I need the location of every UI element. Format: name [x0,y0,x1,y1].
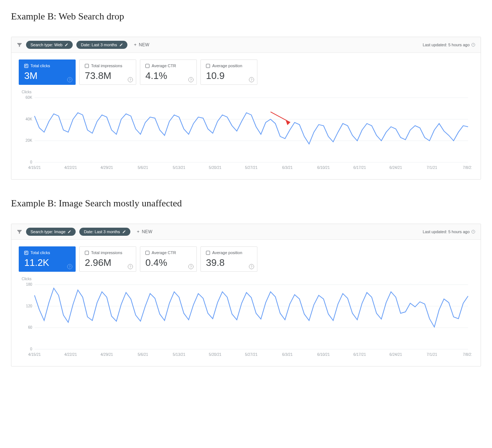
checkbox-icon [24,251,28,255]
chip-search-type-web[interactable]: Search type: Web [26,41,73,49]
metric-label-text: Average CTR [152,64,176,68]
svg-text:6/3/21: 6/3/21 [282,353,293,357]
pencil-icon [119,43,123,47]
metric-label-text: Average CTR [152,250,176,255]
panel-web-search: Search type: Web Date: Last 3 months + N… [11,37,481,180]
svg-text:40K: 40K [26,117,32,121]
chip-date-range[interactable]: Date: Last 3 months [76,41,127,49]
checkbox-icon [206,251,210,255]
metric-average-position[interactable]: Average position 10.9 ? [200,59,257,85]
chip-label: Date: Last 3 months [81,43,117,47]
checkbox-icon [85,64,89,68]
svg-text:4/15/21: 4/15/21 [28,353,41,357]
filter-icon[interactable] [17,42,22,48]
metric-label-text: Total impressions [91,250,122,255]
metric-total-impressions[interactable]: Total impressions 2.96M ? [79,246,136,272]
checkbox-icon [145,251,149,255]
chip-date-range[interactable]: Date: Last 3 months [79,228,130,236]
help-icon[interactable]: ? [249,264,254,269]
checkbox-icon [145,64,149,68]
add-filter-button[interactable]: + NEW [131,41,152,49]
svg-text:?: ? [473,44,474,46]
metric-value: 2.96M [85,257,131,268]
svg-text:7/1/21: 7/1/21 [427,166,437,170]
metric-value: 0.4% [145,257,191,268]
y-axis-label: Clicks [22,277,472,281]
metric-total-clicks[interactable]: Total clicks 3M ? [19,59,76,85]
help-icon[interactable]: ? [188,77,193,82]
metric-average-position[interactable]: Average position 39.8 ? [200,246,257,272]
help-icon[interactable]: ? [128,77,133,82]
metric-value: 11.2K [24,257,70,268]
caption-web: Example B: Web Search drop [11,11,481,22]
pencil-icon [65,43,68,47]
svg-text:5/6/21: 5/6/21 [138,353,148,357]
svg-text:4/22/21: 4/22/21 [64,166,77,170]
svg-text:5/6/21: 5/6/21 [138,166,148,170]
chip-search-type-image[interactable]: Search type: Image [26,228,76,236]
info-icon: ? [471,230,475,234]
svg-text:5/20/21: 5/20/21 [209,166,222,170]
svg-text:6/10/21: 6/10/21 [317,166,330,170]
metric-label-text: Average position [212,250,242,255]
metric-average-ctr[interactable]: Average CTR 4.1% ? [140,59,197,85]
metric-average-ctr[interactable]: Average CTR 0.4% ? [140,246,197,272]
metric-label-text: Total clicks [30,64,50,68]
last-updated-text: Last updated: 5 hours ago [423,43,470,47]
svg-text:4/15/21: 4/15/21 [28,166,41,170]
help-icon[interactable]: ? [249,77,254,82]
metric-label-text: Total clicks [30,250,50,255]
metric-total-impressions[interactable]: Total impressions 73.8M ? [79,59,136,85]
filter-bar: Search type: Web Date: Last 3 months + N… [11,37,481,53]
svg-text:7/1/21: 7/1/21 [427,353,437,357]
add-filter-button[interactable]: + NEW [134,228,155,236]
last-updated-text: Last updated: 5 hours ago [423,230,470,234]
line-chart-web: 020K40K60K4/15/214/22/214/29/215/6/215/1… [20,94,472,171]
svg-text:5/13/21: 5/13/21 [173,166,185,170]
svg-text:6/17/21: 6/17/21 [353,353,366,357]
info-icon: ? [471,43,475,47]
svg-text:0: 0 [30,160,32,164]
help-icon[interactable]: ? [67,264,72,269]
metric-value: 4.1% [145,70,191,82]
chip-label: Date: Last 3 months [84,230,120,234]
y-axis-label: Clicks [22,90,472,94]
line-chart-image: 0601201804/15/214/22/214/29/215/6/215/13… [20,281,472,358]
plus-icon: + [134,42,137,47]
help-icon[interactable]: ? [67,77,72,82]
metric-total-clicks[interactable]: Total clicks 11.2K ? [19,246,76,272]
panel-image-search: Search type: Image Date: Last 3 months +… [11,224,481,366]
svg-text:60K: 60K [26,95,32,100]
metric-value: 3M [24,70,70,82]
plus-icon: + [137,229,140,234]
svg-text:5/27/21: 5/27/21 [245,166,258,170]
metric-label-text: Average position [212,64,242,68]
svg-text:7/8/21: 7/8/21 [463,166,472,170]
svg-line-23 [271,112,290,122]
metric-value: 10.9 [206,70,252,82]
svg-text:6/10/21: 6/10/21 [317,353,330,357]
svg-text:60: 60 [28,325,32,329]
filter-icon[interactable] [17,229,22,235]
pencil-icon [68,230,71,234]
svg-text:180: 180 [26,282,32,286]
metrics-row: Total clicks 3M ? Total impressions 73.8… [11,53,481,88]
chip-label: Search type: Web [30,43,62,47]
svg-text:4/22/21: 4/22/21 [64,353,77,357]
svg-text:?: ? [473,231,474,233]
svg-text:5/20/21: 5/20/21 [209,353,222,357]
svg-text:120: 120 [26,304,32,308]
metric-label-text: Total impressions [91,64,122,68]
svg-text:6/3/21: 6/3/21 [282,166,293,170]
last-updated: Last updated: 5 hours ago ? [423,43,475,47]
new-label: NEW [142,229,152,234]
new-label: NEW [139,42,149,47]
svg-text:5/13/21: 5/13/21 [173,353,185,357]
chart-area-web: Clicks 020K40K60K4/15/214/22/214/29/215/… [11,88,481,179]
svg-text:5/27/21: 5/27/21 [245,353,258,357]
help-icon[interactable]: ? [188,264,193,269]
help-icon[interactable]: ? [128,264,133,269]
chip-label: Search type: Image [30,230,65,234]
svg-text:7/8/21: 7/8/21 [463,353,472,357]
checkbox-icon [24,64,28,68]
